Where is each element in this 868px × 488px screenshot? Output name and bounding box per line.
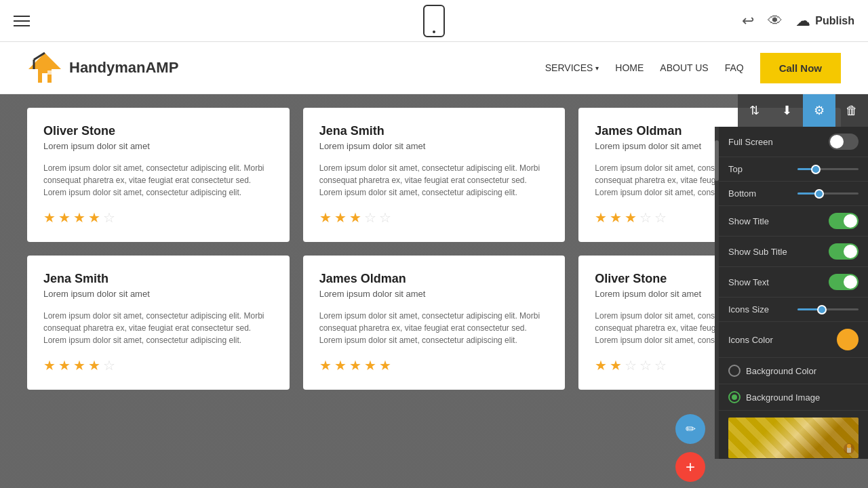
bottom-slider-row: Bottom: [719, 182, 868, 206]
tools-icon: [842, 442, 856, 455]
star-empty: ☆: [639, 209, 652, 226]
star-filled: ★: [88, 357, 100, 373]
star-filled: ★: [595, 357, 607, 373]
show-subtitle-toggle[interactable]: [829, 243, 859, 260]
star-filled: ★: [43, 209, 56, 226]
icons-size-label: Icons Size: [728, 304, 797, 314]
fullscreen-label: Full Screen: [728, 137, 773, 147]
star-filled: ★: [349, 357, 361, 373]
top-slider-row: Top: [719, 157, 868, 182]
icons-size-row: Icons Size: [719, 298, 868, 322]
bg-color-radio[interactable]: [728, 365, 741, 377]
star-filled: ★: [379, 357, 391, 373]
nav-about[interactable]: ABOUT US: [660, 62, 708, 73]
icons-size-slider[interactable]: [797, 308, 859, 310]
publish-label: Publish: [815, 15, 854, 27]
card-text: Lorem ipsum dolor sit amet, consectetur …: [43, 310, 273, 346]
bg-image-thumbnail[interactable]: [728, 418, 859, 458]
fullscreen-toggle[interactable]: [829, 134, 859, 150]
card-name: Oliver Stone: [43, 124, 273, 138]
publish-button[interactable]: ☁ Publish: [796, 13, 854, 29]
hamburger-menu[interactable]: [14, 16, 30, 26]
svg-rect-2: [42, 73, 47, 83]
icons-color-row: Icons Color: [719, 322, 868, 358]
star-filled: ★: [334, 209, 347, 226]
star-filled: ★: [334, 357, 347, 373]
scrollbar-thumb: [715, 140, 719, 181]
star-empty: ☆: [103, 209, 115, 226]
logo-area: HandymanAMP: [27, 50, 178, 85]
star-filled: ★: [88, 209, 100, 226]
add-fab-button[interactable]: +: [675, 452, 705, 482]
editor-toolbar: ↩ 👁 ☁ Publish: [0, 0, 868, 42]
star-filled: ★: [58, 357, 71, 373]
fullscreen-row: Full Screen: [719, 127, 868, 157]
star-empty: ☆: [625, 357, 637, 373]
star-filled: ★: [364, 357, 376, 373]
star-filled: ★: [43, 357, 56, 373]
edit-fab-button[interactable]: ✏: [675, 414, 705, 444]
call-now-button[interactable]: Call Now: [760, 53, 841, 83]
star-filled: ★: [319, 357, 332, 373]
top-slider[interactable]: [797, 168, 859, 170]
star-filled: ★: [349, 209, 361, 226]
nav-faq[interactable]: FAQ: [725, 62, 744, 73]
mobile-view-icon[interactable]: [423, 5, 445, 37]
icons-color-swatch[interactable]: [837, 329, 859, 350]
section-toolbar: ⇅ ⬇ ⚙ 🗑: [738, 94, 868, 127]
star-empty: ☆: [639, 357, 652, 373]
bg-image-radio[interactable]: [728, 391, 741, 403]
card-subtitle: Lorem ipsum dolor sit amet: [43, 141, 273, 151]
card-stars: ★★★☆☆: [319, 209, 549, 226]
card-stars: ★★★★☆: [43, 209, 273, 226]
star-empty: ☆: [654, 357, 667, 373]
nav-home[interactable]: HOME: [615, 62, 644, 73]
show-text-label: Show Text: [728, 277, 769, 287]
bottom-slider[interactable]: [797, 192, 859, 195]
preview-icon[interactable]: 👁: [768, 12, 783, 30]
star-filled: ★: [58, 209, 71, 226]
star-filled: ★: [73, 209, 85, 226]
undo-icon[interactable]: ↩: [742, 12, 754, 30]
star-empty: ☆: [103, 357, 115, 373]
panel-scrollbar[interactable]: [715, 127, 719, 459]
card-name: Jena Smith: [319, 124, 549, 138]
site-header: HandymanAMP SERVICES HOME ABOUT US FAQ C…: [0, 42, 868, 94]
card-item: Jena Smith Lorem ipsum dolor sit amet Lo…: [303, 108, 566, 242]
bg-color-row: Background Color: [719, 358, 868, 384]
logo-icon: [27, 50, 62, 85]
nav-services[interactable]: SERVICES: [545, 62, 599, 73]
delete-button[interactable]: 🗑: [835, 94, 868, 127]
svg-point-8: [847, 444, 851, 448]
card-name: Jena Smith: [43, 272, 273, 286]
star-filled: ★: [610, 357, 622, 373]
toolbar-center: [423, 5, 445, 37]
icons-color-label: Icons Color: [728, 335, 773, 345]
show-text-row: Show Text: [719, 267, 868, 298]
show-subtitle-row: Show Sub Title: [719, 237, 868, 267]
star-filled: ★: [319, 209, 332, 226]
svg-rect-3: [47, 70, 54, 75]
bg-color-label: Background Color: [746, 366, 816, 376]
sort-button[interactable]: ⇅: [738, 94, 770, 127]
card-item: James Oldman Lorem ipsum dolor sit amet …: [303, 256, 566, 390]
toolbar-left: [14, 16, 30, 26]
star-filled: ★: [73, 357, 85, 373]
show-text-toggle[interactable]: [829, 274, 859, 290]
bg-image-row: Background Image: [719, 384, 868, 411]
show-title-label: Show Title: [728, 216, 769, 226]
star-empty: ☆: [364, 209, 376, 226]
bottom-label: Bottom: [728, 188, 797, 199]
card-item: Jena Smith Lorem ipsum dolor sit amet Lo…: [27, 256, 290, 390]
card-stars: ★★★★☆: [43, 357, 273, 373]
bg-image-label: Background Image: [746, 392, 820, 403]
card-text: Lorem ipsum dolor sit amet, consectetur …: [43, 162, 273, 199]
card-text: Lorem ipsum dolor sit amet, consectetur …: [319, 310, 549, 346]
site-nav: SERVICES HOME ABOUT US FAQ Call Now: [545, 53, 841, 83]
cloud-icon: ☁: [796, 13, 810, 29]
card-subtitle: Lorem ipsum dolor sit amet: [319, 289, 549, 299]
card-subtitle: Lorem ipsum dolor sit amet: [319, 141, 549, 151]
show-title-toggle[interactable]: [829, 213, 859, 229]
download-button[interactable]: ⬇: [770, 94, 803, 127]
settings-button[interactable]: ⚙: [803, 94, 835, 127]
